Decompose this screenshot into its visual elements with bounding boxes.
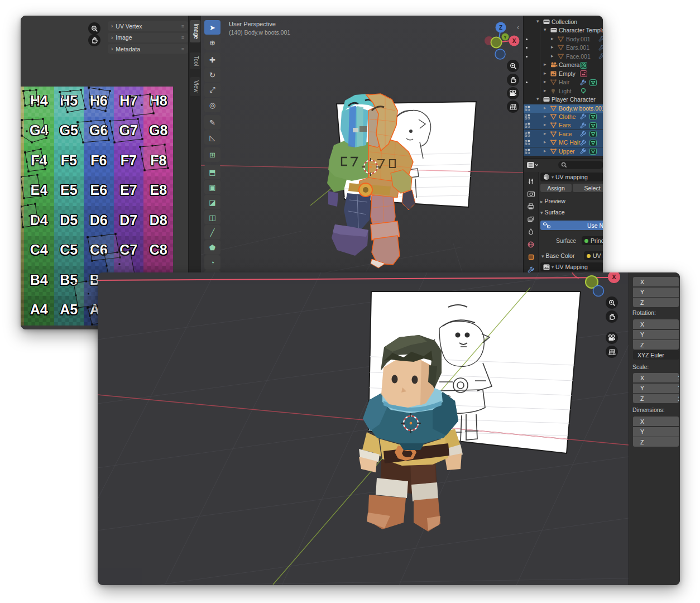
expand-caret-icon[interactable]: ▸ [551, 53, 554, 59]
wrench-icon[interactable] [580, 148, 586, 155]
location-x-field[interactable]: X [633, 277, 679, 286]
texture-datablock-selector[interactable]: ▾ UV Mapping [540, 262, 603, 271]
preview-section-header[interactable]: ▸ Preview [540, 198, 565, 204]
orthographic-toggle-button[interactable] [606, 346, 618, 358]
tool-spin[interactable]: ◔ [204, 255, 220, 270]
panel-header-uv-vertex[interactable]: ›UV Vertex≡ [108, 21, 188, 31]
tool-knife[interactable]: ╱ [204, 225, 220, 240]
mesh-box-icon[interactable] [589, 131, 597, 138]
outliner-row-hair[interactable]: ▸Hair [524, 78, 603, 87]
outliner-row-body-w-boots-001[interactable]: ▸Body.w boots.001 [524, 104, 603, 113]
tool-poly-build[interactable]: ⬟ [204, 240, 220, 255]
scale-y-field[interactable]: Y1 [633, 384, 679, 393]
dimension-y-field[interactable]: Y [633, 427, 679, 437]
wrench-faded-icon[interactable] [598, 53, 603, 60]
location-y-field[interactable]: Y [633, 288, 679, 297]
outliner-row-collection[interactable]: ▾Collection [524, 18, 603, 26]
rotation-mode-select[interactable]: XYZ Euler [633, 350, 679, 360]
scale-z-field[interactable]: Z1 [633, 394, 679, 403]
outliner-row-ears-001[interactable]: ▸Ears.001 [524, 44, 603, 52]
dimension-x-field[interactable]: X [633, 417, 679, 426]
light-ring-icon[interactable] [580, 88, 587, 95]
expand-caret-icon[interactable]: ▾ [536, 96, 539, 102]
mesh-box-icon[interactable] [589, 122, 597, 130]
expand-caret-icon[interactable]: ▾ [544, 27, 546, 32]
viewport-pan-button[interactable] [606, 310, 618, 323]
camera-view-button[interactable] [507, 87, 519, 99]
properties-tab-view-layer[interactable] [526, 214, 536, 224]
expand-caret-icon[interactable]: ▸ [544, 79, 546, 84]
outliner-row-player-character[interactable]: ▾Player Character [524, 95, 603, 104]
wrench-icon[interactable] [580, 131, 586, 138]
tool-rotate[interactable]: ↻ [204, 68, 220, 82]
image-box-icon[interactable] [580, 70, 587, 78]
use-nodes-button[interactable]: Use Nodes [540, 221, 603, 230]
tool-inset-faces[interactable]: ▣ [204, 180, 220, 194]
tool-transform[interactable]: ◎ [204, 98, 220, 112]
search-field[interactable] [558, 161, 603, 169]
expand-caret-icon[interactable]: ▸ [544, 88, 546, 93]
sidebar-collapse-arrow[interactable]: ‹ [517, 23, 519, 31]
assign-button[interactable]: Assign [540, 184, 572, 192]
dimension-z-field[interactable]: Z [633, 437, 679, 447]
outliner-row-upper[interactable]: ▸Upper [524, 147, 603, 156]
tab-image[interactable]: Image [190, 20, 200, 42]
wrench-icon[interactable] [580, 122, 586, 130]
outliner-row-camera[interactable]: ▸Camera [524, 61, 603, 69]
tool-loop-cut[interactable]: ◫ [204, 210, 220, 224]
viewport-zoom-button[interactable] [507, 60, 519, 72]
wrench-icon[interactable] [580, 79, 586, 87]
wrench-icon[interactable] [580, 140, 586, 147]
outliner-row-face-001[interactable]: ▸Face.001 [524, 52, 603, 61]
expand-caret-icon[interactable]: ▸ [544, 70, 546, 76]
mesh-box-icon[interactable] [589, 113, 597, 121]
panel-header-image[interactable]: ›Image≡ [108, 33, 188, 42]
camera-box-icon[interactable] [580, 62, 587, 70]
outliner-row-clothe[interactable]: ▸Clothe [524, 113, 603, 121]
expand-caret-icon[interactable]: ▸ [551, 36, 554, 41]
base-color-value-field[interactable]: UV Mapping [584, 251, 603, 260]
tab-view[interactable]: View [190, 77, 200, 96]
surface-value-field[interactable]: Principled BSDF [582, 236, 603, 245]
rotation-z-field[interactable]: Z [633, 340, 679, 350]
viewport-pan-button[interactable] [507, 74, 519, 86]
properties-tab-tool[interactable] [526, 176, 536, 186]
expand-caret-icon[interactable]: ▾ [536, 18, 539, 24]
expand-caret-icon[interactable]: ▸ [544, 113, 546, 119]
zoom-button[interactable] [88, 22, 100, 35]
camera-view-button[interactable] [606, 332, 618, 344]
expand-caret-icon[interactable]: ▸ [544, 131, 546, 136]
expand-caret-icon[interactable]: ▸ [544, 139, 546, 145]
surface-section-header[interactable]: ▾ Surface [540, 209, 565, 216]
mesh-box-icon[interactable] [589, 140, 597, 147]
mesh-box-icon[interactable] [589, 148, 597, 156]
material-datablock-selector[interactable]: ▾ UV mapping [540, 173, 603, 181]
scale-x-field[interactable]: X1 [633, 373, 679, 382]
tool-bevel[interactable]: ◪ [204, 195, 220, 209]
orthographic-toggle-button[interactable] [507, 100, 519, 113]
wrench-faded-icon[interactable] [598, 36, 603, 43]
tool-add-cube[interactable]: ⊞ [204, 147, 220, 162]
location-z-field[interactable]: Z [633, 298, 679, 307]
properties-tab-world[interactable] [526, 240, 536, 250]
properties-tab-object[interactable] [526, 252, 536, 262]
outliner-row-character-template[interactable]: ▾Character Template [524, 26, 603, 35]
wrench-icon[interactable] [580, 113, 586, 121]
outliner-row-mc-hair[interactable]: ▸MC Hair [524, 138, 603, 147]
properties-tab-render[interactable] [526, 189, 536, 199]
tool-scale[interactable]: ⤢ [204, 83, 220, 97]
tool-select-box[interactable]: ➤ [204, 20, 220, 35]
panel-header-metadata[interactable]: ›Metadata≡ [108, 44, 188, 54]
properties-tab-output[interactable] [526, 202, 536, 212]
outliner-row-ears[interactable]: ▸Ears [524, 121, 603, 130]
expand-caret-icon[interactable]: ▸ [544, 61, 546, 67]
base-color-row-label[interactable]: ▾ Base Color [541, 252, 574, 259]
tool-measure[interactable]: ◺ [204, 130, 220, 145]
rotation-x-field[interactable]: X [633, 319, 679, 329]
rotation-y-field[interactable]: Y [633, 330, 679, 339]
pan-button[interactable] [88, 34, 100, 46]
viewport-3d-object-mode[interactable]: X [98, 272, 629, 585]
tool-cursor[interactable]: ⊕ [204, 35, 220, 50]
tool-annotate[interactable]: ✎ [204, 115, 220, 130]
outliner-row-face[interactable]: ▸Face [524, 130, 603, 138]
